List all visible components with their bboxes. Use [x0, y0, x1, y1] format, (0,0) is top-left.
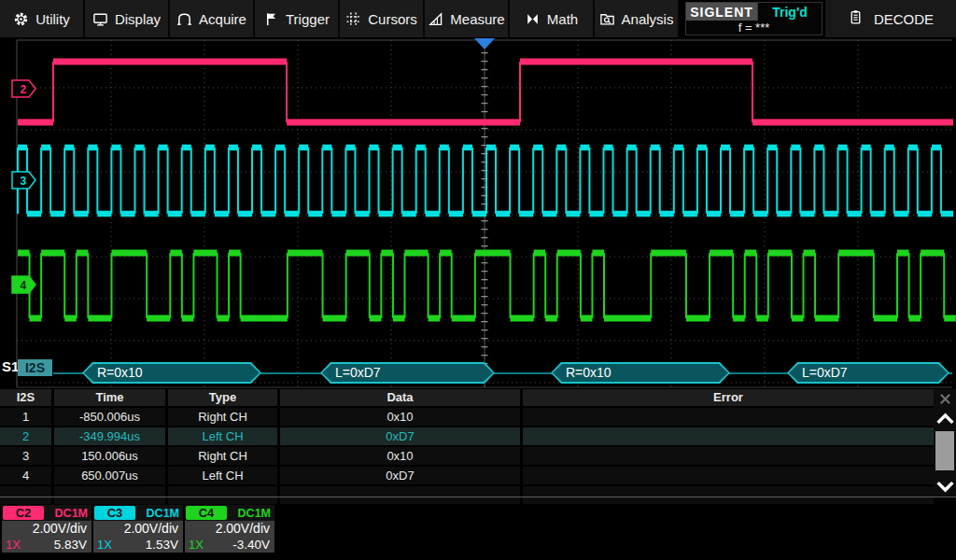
scroll-up-button[interactable]	[934, 408, 956, 428]
table-row-5-cell[interactable]	[168, 484, 280, 504]
channel-offset-value: -3.40V	[232, 537, 270, 553]
menu-item-measure[interactable]: Measure	[425, 0, 510, 37]
table-row-1-cell[interactable]	[523, 406, 934, 426]
status-box: SIGLENT Trig'd f = ***	[685, 2, 822, 35]
menu-item-label: Cursors	[368, 11, 417, 27]
decode-bus-segment: R=0x10	[82, 362, 261, 384]
menu-item-analysis[interactable]: Analysis	[595, 0, 680, 37]
trigger-position-marker[interactable]	[474, 38, 495, 49]
channel-offset-value: 5.83V	[54, 537, 87, 553]
channel-box-c4[interactable]: C4DC1M2.00V/div1X-3.40V	[185, 505, 274, 553]
table-row-5-cell[interactable]	[0, 484, 54, 504]
analysis-icon	[599, 11, 615, 27]
close-icon	[938, 392, 952, 406]
table-row-2-cell[interactable]: Left CH	[168, 426, 280, 445]
table-row-5-cell[interactable]	[54, 484, 168, 504]
table-row-3-cell[interactable]: 150.006us	[54, 445, 168, 465]
table-row-3-cell[interactable]: 0x10	[280, 445, 523, 465]
table-header-Time: Time	[54, 389, 168, 406]
table-row-1-cell[interactable]: Right CH	[168, 406, 280, 426]
channel-scale: 2.00V/div	[93, 521, 183, 537]
acquire-icon	[176, 11, 192, 27]
decode-bus-id: S1	[2, 358, 19, 374]
frequency-counter: f = ***	[686, 21, 822, 35]
scrollbar-track[interactable]	[934, 428, 956, 476]
table-row-3-cell[interactable]	[523, 445, 934, 465]
table-row-4-cell[interactable]	[523, 465, 934, 484]
channel-scale: 2.00V/div	[185, 521, 274, 537]
decode-bus-segment-label: L=0xD7	[322, 364, 493, 382]
menu-item-cursors[interactable]: Cursors	[340, 0, 425, 37]
scroll-down-button[interactable]	[934, 476, 956, 497]
table-row-1-cell[interactable]: -850.006us	[54, 406, 168, 426]
decode-dialog-tab[interactable]: DECODE	[825, 0, 956, 37]
table-row-3-cell[interactable]: 3	[0, 445, 54, 465]
menu-item-label: Math	[547, 11, 578, 27]
decode-tab-label: DECODE	[874, 11, 934, 27]
menu-item-trigger[interactable]: Trigger	[255, 0, 340, 37]
table-row-1-cell[interactable]: 0x10	[280, 406, 523, 426]
menu-item-display[interactable]: Display	[85, 0, 170, 37]
chevron-up-icon	[935, 412, 955, 426]
decode-result-table: I2STimeTypeDataError1-850.006usRight CH0…	[0, 389, 934, 504]
menu-item-acquire[interactable]: Acquire	[170, 0, 255, 37]
channel-box-c3[interactable]: C3DC1M2.00V/div1X1.53V	[93, 505, 183, 553]
menu-item-math[interactable]: Math	[510, 0, 595, 37]
channel-badge: C4	[186, 506, 227, 520]
table-row-4-cell[interactable]: 4	[0, 465, 54, 484]
decode-bus-protocol-label[interactable]: I2S	[18, 359, 52, 376]
table-row-5-cell[interactable]	[280, 484, 523, 504]
oscilloscope-screen: UtilityDisplayAcquireTriggerCursorsMeasu…	[0, 0, 956, 560]
decode-bus-segment-label: L=0xD7	[789, 364, 948, 382]
channel-marker-label: 2	[21, 83, 27, 96]
channel-coupling: DC1M	[136, 507, 183, 520]
table-header-Data: Data	[280, 389, 523, 406]
gear-icon	[13, 11, 29, 27]
cursors-icon	[345, 11, 361, 27]
measure-icon	[428, 11, 443, 27]
channel-coupling: DC1M	[228, 507, 274, 520]
table-row-2-cell[interactable]	[523, 426, 934, 445]
waveform-area: 234 S1 I2S R=0x10L=0xD7R=0x10L=0xD7	[0, 37, 956, 389]
table-row-4-cell[interactable]: 0xD7	[280, 465, 523, 484]
table-header-Type: Type	[168, 389, 280, 406]
siglent-logo: SIGLENT	[686, 3, 757, 21]
decode-bus-segment: L=0xD7	[320, 362, 495, 384]
channel-probe: 1X	[189, 537, 204, 553]
bottom-status-bar: Timebase 0.00s 200us/div 5.00Mpts 2.50GS…	[0, 504, 956, 560]
table-row-2-cell[interactable]: -349.994us	[54, 426, 168, 445]
table-row-4-cell[interactable]: 650.007us	[54, 465, 168, 484]
graticule: 234	[0, 37, 956, 389]
chevron-down-icon	[935, 480, 955, 494]
scrollbar-thumb[interactable]	[935, 431, 954, 470]
table-row-1-cell[interactable]: 1	[0, 406, 54, 426]
table-row-3-cell[interactable]: Right CH	[168, 445, 280, 465]
table-header-Error: Error	[523, 389, 934, 406]
menu-item-label: Analysis	[622, 11, 674, 27]
channel-marker-label: 3	[21, 175, 27, 188]
table-bottom-divider	[0, 497, 956, 497]
channel-box-c2[interactable]: C2DC1M2.00V/div1X5.83V	[2, 505, 91, 553]
channel-marker-label: 4	[21, 279, 27, 292]
menu-item-utility[interactable]: Utility	[0, 0, 85, 37]
math-icon	[525, 11, 541, 27]
table-row-2-cell[interactable]: 0xD7	[280, 426, 523, 445]
channel-scale: 2.00V/div	[2, 521, 91, 537]
table-row-5-cell[interactable]	[523, 484, 934, 504]
menu-item-label: Measure	[450, 11, 504, 27]
menu-item-label: Trigger	[286, 11, 330, 27]
table-row-4-cell[interactable]: Left CH	[168, 465, 280, 484]
decode-bus-segment-label: R=0x10	[84, 364, 260, 382]
channel-offset-value: 1.53V	[146, 537, 178, 553]
table-scrollbar	[934, 389, 956, 497]
channel-probe: 1X	[97, 537, 112, 553]
channel-probe: 1X	[6, 537, 21, 553]
decode-bus-segment: R=0x10	[551, 362, 730, 384]
menu-item-label: Utility	[35, 11, 70, 27]
menu-bar: UtilityDisplayAcquireTriggerCursorsMeasu…	[0, 0, 680, 37]
close-table-button[interactable]	[934, 389, 956, 408]
table-row-2-cell[interactable]: 2	[0, 426, 54, 445]
decode-bus-segment-label: R=0x10	[553, 364, 728, 382]
clipboard-icon	[848, 9, 864, 28]
flag-icon	[263, 11, 279, 27]
